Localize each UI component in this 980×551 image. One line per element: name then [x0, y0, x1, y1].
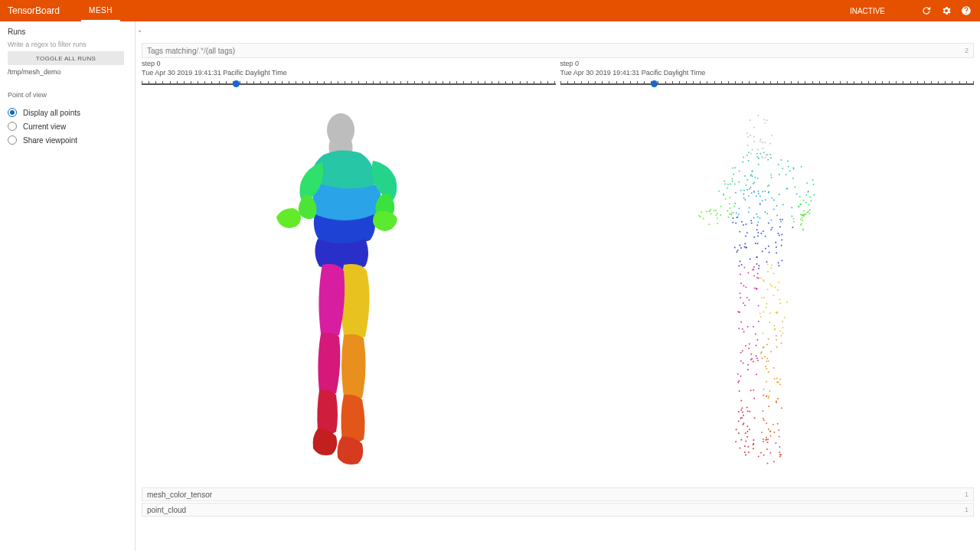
tags-filter-bar[interactable]: Tags matching /.*/ (all tags) 2	[142, 43, 974, 58]
svg-point-379	[763, 441, 764, 442]
svg-point-5	[771, 135, 773, 136]
svg-point-173	[743, 246, 745, 248]
panel-left: step 0 Tue Apr 30 2019 19:41:31 Pacific …	[142, 60, 556, 90]
svg-point-146	[781, 234, 782, 236]
svg-point-461	[743, 423, 744, 425]
svg-point-29	[744, 175, 746, 177]
pov-option-share-viewpoint[interactable]: Share viewpoint	[8, 135, 129, 145]
svg-point-331	[779, 384, 781, 386]
svg-point-348	[778, 429, 779, 431]
svg-point-82	[753, 217, 754, 219]
svg-point-340	[767, 371, 769, 373]
svg-point-128	[750, 223, 752, 224]
app-header: TensorBoard MESH INACTIVE	[0, 0, 980, 21]
svg-point-464	[739, 448, 740, 449]
step-slider-right[interactable]	[560, 79, 975, 90]
svg-point-124	[748, 212, 750, 214]
status-dropdown[interactable]: INACTIVE	[842, 5, 913, 17]
runs-filter-hint[interactable]: Write a regex to filter runs	[8, 41, 129, 48]
svg-point-450	[741, 408, 743, 409]
tag-row-point-cloud[interactable]: point_cloud 1	[142, 503, 974, 517]
step-slider-left[interactable]	[142, 79, 556, 90]
svg-point-226	[802, 220, 803, 221]
svg-point-157	[732, 222, 733, 223]
svg-point-117	[771, 197, 773, 199]
svg-point-408	[740, 283, 742, 285]
svg-point-428	[740, 360, 742, 362]
svg-point-269	[701, 212, 702, 214]
svg-point-469	[744, 445, 746, 447]
drag-handle-icon[interactable]: •	[139, 28, 141, 35]
svg-point-384	[755, 334, 756, 335]
svg-point-155	[779, 219, 781, 220]
tab-mesh[interactable]: MESH	[81, 0, 120, 21]
svg-point-318	[776, 347, 777, 348]
svg-point-274	[769, 313, 771, 315]
svg-point-118	[757, 191, 759, 192]
panel-right: step 0 Tue Apr 30 2019 19:41:31 Pacific …	[560, 60, 975, 90]
pov-option-current-view[interactable]: Current view	[8, 122, 129, 131]
svg-point-57	[746, 155, 747, 156]
svg-point-381	[780, 455, 782, 456]
svg-point-31	[749, 188, 750, 190]
svg-point-21	[762, 157, 763, 158]
svg-point-203	[800, 214, 802, 216]
svg-point-361	[763, 418, 764, 419]
svg-point-25	[750, 153, 752, 155]
svg-point-126	[781, 240, 782, 241]
svg-point-339	[760, 353, 762, 354]
svg-point-67	[751, 176, 753, 178]
svg-point-281	[771, 265, 773, 266]
toggle-all-runs-button[interactable]: TOGGLE ALL RUNS	[8, 51, 124, 65]
svg-point-319	[766, 361, 767, 363]
svg-point-332	[767, 338, 769, 340]
svg-point-125	[743, 197, 744, 199]
svg-point-163	[758, 268, 760, 269]
svg-point-101	[759, 217, 760, 219]
mesh-scene-left[interactable]	[142, 94, 556, 484]
help-icon[interactable]	[960, 5, 972, 17]
svg-point-14	[751, 149, 753, 151]
svg-point-211	[808, 204, 809, 206]
svg-point-417	[756, 289, 757, 290]
svg-point-273	[761, 297, 763, 298]
svg-point-240	[724, 181, 725, 182]
svg-point-455	[742, 412, 743, 413]
svg-point-135	[779, 227, 781, 228]
svg-point-320	[766, 381, 767, 383]
svg-point-458	[746, 411, 748, 412]
svg-point-144	[756, 230, 757, 231]
svg-point-436	[751, 358, 753, 360]
svg-point-223	[792, 218, 794, 220]
svg-point-261	[708, 224, 710, 226]
svg-point-187	[766, 262, 767, 263]
pov-option-display-all[interactable]: Display all points	[8, 108, 129, 117]
svg-point-189	[805, 194, 807, 196]
svg-point-256	[713, 210, 714, 212]
svg-point-7	[753, 136, 755, 138]
svg-point-262	[715, 215, 717, 217]
svg-point-106	[776, 215, 778, 217]
svg-point-182	[756, 256, 757, 258]
svg-point-91	[744, 199, 746, 201]
svg-point-137	[735, 223, 737, 224]
svg-point-349	[762, 410, 763, 412]
mesh-scene-right[interactable]	[560, 94, 975, 484]
svg-point-10	[761, 142, 763, 143]
run-path[interactable]: /tmp/mesh_demo	[8, 68, 129, 76]
svg-point-456	[753, 398, 755, 399]
svg-point-360	[773, 432, 775, 433]
svg-point-1	[766, 120, 768, 122]
svg-point-433	[756, 374, 757, 376]
refresh-icon[interactable]	[920, 5, 933, 17]
gear-icon[interactable]	[940, 5, 952, 17]
svg-point-108	[746, 189, 748, 191]
svg-point-415	[748, 299, 750, 301]
tag-row-mesh-color-tensor[interactable]: mesh_color_tensor 1	[142, 487, 974, 501]
svg-point-214	[798, 206, 799, 207]
svg-point-50	[757, 164, 759, 165]
svg-point-431	[753, 361, 754, 363]
svg-point-326	[764, 356, 766, 357]
svg-point-102	[757, 193, 759, 194]
svg-point-247	[733, 206, 735, 207]
